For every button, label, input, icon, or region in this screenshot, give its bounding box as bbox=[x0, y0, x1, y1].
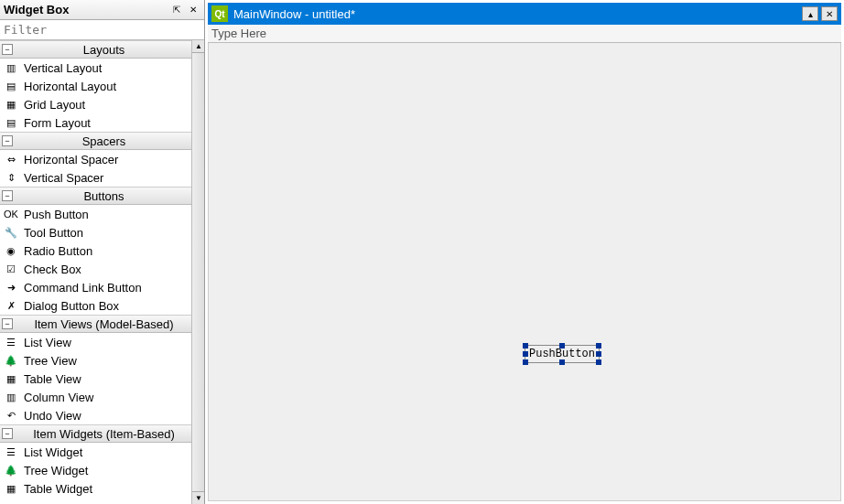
menu-placeholder[interactable]: Type Here bbox=[211, 27, 266, 40]
widget-item-label: Vertical Layout bbox=[24, 61, 102, 75]
design-menu-bar[interactable]: Type Here bbox=[208, 25, 841, 43]
push-button-icon: OK bbox=[4, 207, 18, 221]
resize-handle-bottom-mid[interactable] bbox=[559, 359, 565, 365]
widget-item[interactable]: 🌲Tree Widget bbox=[0, 461, 191, 479]
minimize-button[interactable]: ▴ bbox=[802, 6, 818, 21]
command-link-icon: ➜ bbox=[4, 280, 18, 295]
resize-handle-mid-left[interactable] bbox=[523, 351, 528, 357]
widget-item-label: Horizontal Spacer bbox=[24, 153, 118, 166]
widget-item[interactable]: ☰List View bbox=[0, 333, 191, 351]
category-title: Layouts bbox=[18, 43, 189, 57]
column-view-icon: ▥ bbox=[4, 390, 18, 404]
collapse-icon[interactable]: − bbox=[2, 190, 13, 201]
tool-button-icon: 🔧 bbox=[4, 225, 18, 240]
resize-handle-bottom-left[interactable] bbox=[523, 359, 528, 365]
category-title: Spacers bbox=[18, 134, 189, 148]
widget-item[interactable]: ⇕Vertical Spacer bbox=[0, 168, 191, 187]
widget-box-header: Widget Box ⇱ ✕ bbox=[0, 0, 204, 20]
category-title: Buttons bbox=[18, 189, 189, 203]
category-header[interactable]: −Layouts bbox=[0, 40, 191, 59]
undo-view-icon: ↶ bbox=[4, 408, 18, 423]
widget-item[interactable]: ☑Check Box bbox=[0, 260, 191, 278]
widget-item-label: Column View bbox=[24, 391, 93, 404]
widget-item-label: Horizontal Layout bbox=[24, 80, 116, 93]
resize-handle-bottom-right[interactable] bbox=[596, 359, 601, 365]
category-header[interactable]: −Buttons bbox=[0, 187, 191, 205]
widget-item[interactable]: ▤Horizontal Layout bbox=[0, 77, 191, 95]
checkbox-icon: ☑ bbox=[4, 262, 18, 276]
grid-layout-icon: ▦ bbox=[4, 97, 18, 112]
dialog-buttonbox-icon: ✗ bbox=[4, 298, 18, 313]
category-title: Item Widgets (Item-Based) bbox=[18, 427, 189, 441]
collapse-icon[interactable]: − bbox=[2, 135, 13, 146]
radio-button-icon: ◉ bbox=[4, 243, 18, 258]
widget-item-label: List Widget bbox=[24, 445, 82, 459]
widget-item[interactable]: ➜Command Link Button bbox=[0, 278, 191, 296]
widget-item-label: Table View bbox=[24, 372, 81, 386]
widget-item-label: Check Box bbox=[24, 263, 81, 276]
list-view-icon: ☰ bbox=[4, 335, 18, 349]
undock-icon[interactable]: ⇱ bbox=[169, 4, 184, 16]
widget-item[interactable]: 🔧Tool Button bbox=[0, 223, 191, 241]
h-layout-icon: ▤ bbox=[4, 79, 18, 93]
widget-item-label: Vertical Spacer bbox=[24, 171, 103, 185]
resize-handle-top-mid[interactable] bbox=[559, 343, 565, 349]
widget-item[interactable]: OKPush Button bbox=[0, 205, 191, 223]
category-header[interactable]: −Spacers bbox=[0, 132, 191, 150]
designer-area: Qt MainWindow - untitled* ▴ ✕ Type Here … bbox=[205, 0, 844, 504]
widget-item[interactable]: ▦Table Widget bbox=[0, 479, 191, 498]
widget-box-scrollbar[interactable]: ▲ ▼ bbox=[191, 40, 204, 504]
collapse-icon[interactable]: − bbox=[2, 44, 13, 55]
widget-item-label: Tool Button bbox=[24, 226, 83, 240]
widget-item-label: Form Layout bbox=[24, 116, 91, 130]
resize-handle-mid-right[interactable] bbox=[596, 351, 601, 357]
widget-box-list: −Layouts▥Vertical Layout▤Horizontal Layo… bbox=[0, 40, 191, 498]
widget-item[interactable]: ▤Form Layout bbox=[0, 113, 191, 132]
table-widget-icon: ▦ bbox=[4, 481, 18, 496]
placed-pushbutton-label: PushButton bbox=[529, 348, 595, 360]
widget-box-title: Widget Box bbox=[4, 3, 168, 16]
scroll-up-icon[interactable]: ▲ bbox=[192, 40, 204, 53]
category-header[interactable]: −Item Views (Model-Based) bbox=[0, 315, 191, 333]
design-window-titlebar[interactable]: Qt MainWindow - untitled* ▴ ✕ bbox=[208, 3, 841, 25]
v-spacer-icon: ⇕ bbox=[4, 170, 18, 185]
widget-item[interactable]: ✗Dialog Button Box bbox=[0, 296, 191, 315]
widget-item-label: List View bbox=[24, 336, 71, 349]
scroll-down-icon[interactable]: ▼ bbox=[192, 491, 204, 504]
list-widget-icon: ☰ bbox=[4, 445, 18, 459]
collapse-icon[interactable]: − bbox=[2, 428, 13, 439]
widget-item[interactable]: ↶Undo View bbox=[0, 406, 191, 424]
widget-item[interactable]: ⇔Horizontal Spacer bbox=[0, 150, 191, 168]
close-icon[interactable]: ✕ bbox=[186, 4, 200, 16]
design-canvas[interactable]: PushButton bbox=[208, 43, 841, 501]
widget-item-label: Undo View bbox=[24, 409, 81, 423]
table-view-icon: ▦ bbox=[4, 371, 18, 386]
h-spacer-icon: ⇔ bbox=[4, 152, 18, 166]
filter-input[interactable] bbox=[0, 20, 204, 40]
widget-item-label: Dialog Button Box bbox=[24, 299, 119, 313]
widget-item[interactable]: 🌲Tree View bbox=[0, 351, 191, 370]
close-button[interactable]: ✕ bbox=[821, 6, 838, 21]
form-layout-icon: ▤ bbox=[4, 115, 18, 130]
widget-item-label: Grid Layout bbox=[24, 98, 85, 112]
placed-pushbutton[interactable]: PushButton bbox=[525, 345, 600, 363]
widget-box-scroll: −Layouts▥Vertical Layout▤Horizontal Layo… bbox=[0, 40, 204, 504]
category-header[interactable]: −Item Widgets (Item-Based) bbox=[0, 424, 191, 443]
widget-item[interactable]: ☰List Widget bbox=[0, 443, 191, 461]
widget-item-label: Radio Button bbox=[24, 244, 92, 258]
widget-item[interactable]: ◉Radio Button bbox=[0, 241, 191, 260]
widget-item[interactable]: ▦Grid Layout bbox=[0, 95, 191, 113]
design-window-title: MainWindow - untitled* bbox=[233, 7, 799, 21]
v-layout-icon: ▥ bbox=[4, 60, 18, 75]
widget-item-label: Push Button bbox=[24, 208, 89, 221]
widget-item[interactable]: ▦Table View bbox=[0, 370, 191, 388]
collapse-icon[interactable]: − bbox=[2, 318, 13, 329]
widget-item-label: Tree View bbox=[24, 354, 77, 368]
widget-item-label: Command Link Button bbox=[24, 281, 142, 295]
widget-box-panel: Widget Box ⇱ ✕ −Layouts▥Vertical Layout▤… bbox=[0, 0, 205, 504]
resize-handle-top-right[interactable] bbox=[596, 343, 601, 349]
widget-item[interactable]: ▥Vertical Layout bbox=[0, 59, 191, 77]
resize-handle-top-left[interactable] bbox=[523, 343, 528, 349]
tree-widget-icon: 🌲 bbox=[4, 463, 18, 477]
widget-item[interactable]: ▥Column View bbox=[0, 388, 191, 406]
